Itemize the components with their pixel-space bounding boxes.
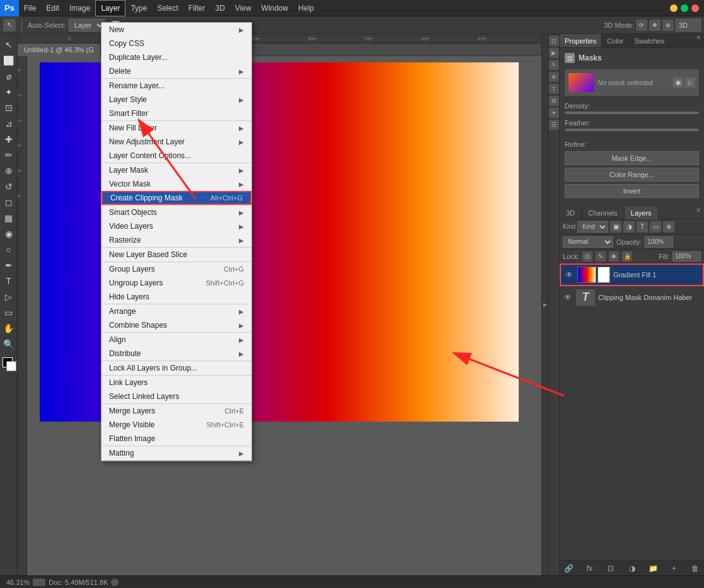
menu-align[interactable]: Align ▶	[101, 333, 251, 347]
3d-pan-icon[interactable]: ✥	[649, 20, 661, 31]
density-slider[interactable]	[565, 112, 699, 114]
menu-layer-style[interactable]: Layer Style ▶	[101, 93, 251, 107]
menu-arrange[interactable]: Arrange ▶	[101, 304, 251, 318]
mask-edge-btn[interactable]: Mask Edge...	[565, 151, 699, 165]
color-range-btn[interactable]: Color Range...	[565, 168, 699, 182]
panel-btn-4[interactable]: ⊕	[549, 72, 559, 82]
menu-smart-objects[interactable]: Smart Objects ▶	[101, 205, 251, 219]
magic-wand-tool[interactable]: ✦	[1, 84, 16, 100]
menu-3d[interactable]: 3D	[210, 0, 229, 16]
panel-close-btn[interactable]: ✕	[693, 34, 704, 47]
feather-slider[interactable]	[565, 129, 699, 131]
menu-ungroup-layers[interactable]: Ungroup Layers Shift+Ctrl+G	[101, 276, 251, 290]
layer-eye-gradient[interactable]: 👁	[564, 270, 574, 280]
filter-smart-btn[interactable]: ⊕	[663, 221, 674, 233]
menu-smart-filter[interactable]: Smart Filter	[101, 107, 251, 120]
menu-video-layers[interactable]: Video Layers ▶	[101, 219, 251, 233]
menu-lock-all-layers[interactable]: Lock All Layers in Group...	[101, 361, 251, 375]
layer-item-text[interactable]: 👁 T Clipping Mask Donanim Haber	[560, 286, 704, 309]
menu-merge-visible[interactable]: Merge Visible Shift+Ctrl+E	[101, 418, 251, 432]
collapse-strip[interactable]: ▶	[541, 34, 548, 575]
layers-panel-close[interactable]: ✕	[693, 207, 704, 219]
new-layer-btn[interactable]: +	[669, 563, 680, 574]
menu-new[interactable]: New ▶	[101, 23, 251, 37]
layer-eye-text[interactable]: 👁	[563, 292, 573, 303]
menu-new-layer-based-slice[interactable]: New Layer Based Slice	[101, 248, 251, 262]
status-indicator[interactable]	[111, 579, 118, 586]
close-btn[interactable]	[691, 4, 699, 12]
shape-tool[interactable]: ▭	[1, 305, 16, 320]
filter-type-btn[interactable]: T	[637, 221, 648, 233]
menu-combine-shapes[interactable]: Combine Shapes ▶	[101, 318, 251, 332]
new-adjustment-btn[interactable]: ◑	[626, 563, 638, 574]
menu-layer[interactable]: Layer	[95, 0, 125, 16]
blend-mode-select[interactable]: Normal	[563, 236, 613, 248]
auto-select-dropdown[interactable]: Layer	[69, 19, 105, 32]
tab-3d[interactable]: 3D	[560, 207, 582, 219]
marquee-tool[interactable]: ⬜	[1, 53, 16, 68]
mask-pixel-btn[interactable]: ▣	[673, 78, 683, 88]
menu-hide-layers[interactable]: Hide Layers	[101, 290, 251, 304]
lasso-tool[interactable]: ⌀	[1, 69, 16, 84]
layer-item-gradient[interactable]: 👁 Gradient Fill 1	[560, 263, 704, 286]
menu-edit[interactable]: Edit	[41, 0, 64, 16]
panel-btn-5[interactable]: T	[549, 84, 559, 94]
menu-group-layers[interactable]: Group Layers Ctrl+G	[101, 262, 251, 276]
move-tool[interactable]: ↖	[1, 37, 16, 52]
menu-file[interactable]: File	[19, 0, 41, 16]
filter-adjustment-btn[interactable]: ◑	[623, 221, 635, 233]
type-tool[interactable]: T	[1, 274, 16, 289]
menu-flatten-image[interactable]: Flatten Image	[101, 432, 251, 446]
tab-channels[interactable]: Channels	[582, 207, 624, 219]
zoom-controls[interactable]	[33, 579, 45, 586]
menu-window[interactable]: Window	[257, 0, 294, 16]
3d-zoom-icon[interactable]: ⊕	[662, 20, 674, 31]
dodge-tool[interactable]: ○	[1, 242, 16, 257]
panel-btn-2[interactable]: ▶	[549, 48, 559, 58]
menu-image[interactable]: Image	[64, 0, 95, 16]
blur-tool[interactable]: ◉	[1, 226, 16, 241]
filter-pixel-btn[interactable]: ▣	[610, 221, 621, 233]
menu-view[interactable]: View	[230, 0, 257, 16]
3d-mode-input[interactable]: 3D	[676, 19, 701, 32]
menu-filter[interactable]: Filter	[183, 0, 211, 16]
add-effect-btn[interactable]: fx	[584, 563, 596, 574]
delete-layer-btn[interactable]: 🗑	[690, 563, 701, 574]
menu-matting[interactable]: Matting ▶	[101, 446, 251, 460]
tab-layers[interactable]: Layers	[625, 207, 659, 219]
eraser-tool[interactable]: ◻	[1, 195, 16, 210]
fill-input[interactable]: 100%	[672, 251, 701, 262]
maximize-btn[interactable]	[681, 4, 688, 12]
lock-transparency-btn[interactable]: ⊡	[582, 251, 592, 262]
3d-rotate-icon[interactable]: ⟳	[636, 20, 647, 31]
panel-btn-8[interactable]: ☰	[549, 120, 559, 130]
lock-all-btn[interactable]: 🔒	[622, 251, 632, 262]
menu-select-linked-layers[interactable]: Select Linked Layers	[101, 389, 251, 403]
menu-link-layers[interactable]: Link Layers	[101, 376, 251, 389]
tab-swatches[interactable]: Swatches	[629, 34, 670, 47]
menu-delete[interactable]: Delete ▶	[101, 64, 251, 78]
history-tool[interactable]: ↺	[1, 179, 16, 194]
menu-create-clipping-mask[interactable]: Create Clipping Mask Alt+Ctrl+G	[101, 191, 251, 205]
hand-tool[interactable]: ✋	[1, 321, 16, 336]
tab-properties[interactable]: Properties	[560, 34, 602, 47]
mask-vector-btn[interactable]: ▷	[685, 78, 695, 88]
menu-type[interactable]: Type	[125, 0, 152, 16]
panel-btn-1[interactable]: ⊡	[549, 36, 559, 46]
gradient-tool[interactable]: ▦	[1, 210, 16, 226]
menu-merge-layers[interactable]: Merge Layers Ctrl+E	[101, 404, 251, 418]
link-layers-btn[interactable]: 🔗	[563, 563, 574, 574]
add-mask-btn[interactable]: ⊡	[605, 563, 616, 574]
path-tool[interactable]: ▷	[1, 289, 16, 304]
zoom-tool[interactable]: 🔍	[1, 337, 16, 352]
menu-layer-content-options[interactable]: Layer Content Options...	[101, 149, 251, 163]
menu-new-adjustment-layer[interactable]: New Adjustment Layer ▶	[101, 135, 251, 149]
eyedropper-tool[interactable]: ⊿	[1, 116, 16, 131]
panel-btn-7[interactable]: ✦	[549, 108, 559, 118]
menu-new-fill-layer[interactable]: New Fill Layer ▶	[101, 121, 251, 135]
clone-tool[interactable]: ⊕	[1, 163, 16, 178]
menu-copy-css[interactable]: Copy CSS	[101, 37, 251, 50]
menu-vector-mask[interactable]: Vector Mask ▶	[101, 177, 251, 191]
invert-btn[interactable]: Invert	[565, 184, 699, 198]
kind-select[interactable]: Kind	[577, 221, 608, 233]
